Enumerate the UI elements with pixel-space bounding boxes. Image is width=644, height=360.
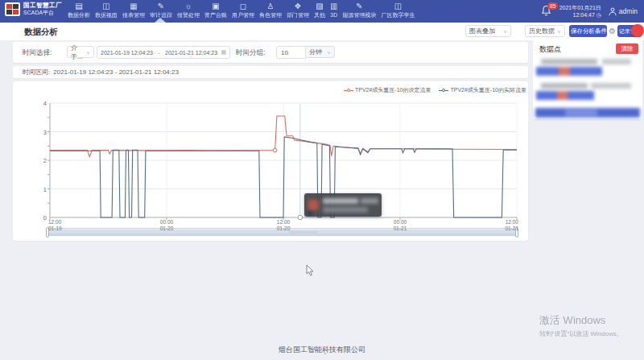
chevron-down-icon: ∨ [327,49,331,54]
hover-point-marker [273,148,277,152]
data-points-panel: 数据点 清除 [533,40,642,119]
logo-subtitle: SCADA平台 [23,10,62,16]
chart-mode-select[interactable]: 图表叠加 ∨ [465,25,511,37]
notifications-bell[interactable]: 85 [541,5,552,18]
asset-icon: ▣ [212,2,219,10]
nav-item-view[interactable]: ◫数据视图 [95,2,118,19]
y-axis-tick-label: 2 [31,157,47,164]
page-title: 数据分析 [24,27,58,38]
notification-badge[interactable] [631,24,644,37]
app-logo: 国工智慧工厂 SCADA平台 [5,2,62,16]
line-chart[interactable] [13,81,528,241]
data-point-item[interactable] [541,83,588,89]
nav-item-label: 用户管理 [232,11,254,19]
clock-icon: ◷ [597,12,601,18]
user-menu[interactable]: admin [609,7,638,16]
nav-item-plant[interactable]: ◫厂区数字孪生 [381,2,415,19]
range-separator: - [156,50,161,56]
user-icon [609,7,617,16]
nav-item-audit[interactable]: ✎审计追踪 [150,2,172,19]
nav-item-report[interactable]: ▦报表管理 [122,2,145,19]
current-time: 12:04:47 [573,12,595,18]
nav-item-dept[interactable]: ❖部门管理 [287,2,309,19]
audit-icon: ✎ [158,2,164,10]
nav-item-label: 角色管理 [259,11,282,19]
current-date: 2021年01月21日 [559,4,601,11]
chart-tooltip [304,193,382,217]
nav-item-label: 报表管理 [122,11,145,19]
nav-item-label: 数据分析 [68,11,90,19]
other-icon: ▨ [316,2,323,10]
time-operator-select[interactable]: 介于... ∨ [67,46,94,58]
time-interval-bar: 时间区间: 2021-01-19 12:04:23 - 2021-01-21 1… [13,66,528,78]
time-select-label: 时间选择: [23,48,52,58]
nav-item-threed[interactable]: ▥3D [330,2,337,19]
dept-icon: ❖ [295,2,302,10]
save-analysis-button[interactable]: 保存分析条件 [569,25,607,37]
tooltip-redacted-content [304,193,382,217]
windows-activation-watermark: 激活 Windows 转到“设置”以激活 Windows。 [539,313,623,338]
nav-item-energy[interactable]: ✎能源管理模块 [342,2,376,19]
view-icon: ◫ [102,2,109,10]
nav-indicator-notch [155,18,166,23]
nav-right-cluster: 85 2021年01月21日 12:04:47 ◷ admin [541,0,638,23]
nav-item-label: 厂区数字孪生 [381,11,415,19]
nav-item-label: 其他 [314,11,325,19]
watermark-line1: 激活 Windows [539,313,623,328]
y-axis-tick-label: 4 [31,100,47,107]
nav-item-user[interactable]: ◻用户管理 [232,2,254,19]
plant-icon: ◫ [394,2,402,10]
interval-label: 时间区间: [23,68,50,77]
threed-icon: ▥ [330,2,337,10]
group-value: 10 [281,49,288,56]
nav-item-other[interactable]: ▨其他 [314,2,325,19]
nav-item-analysis[interactable]: ▤数据分析 [68,2,90,19]
nav-item-label: 报警处理 [177,11,200,19]
nav-item-asset[interactable]: ▣资产台账 [204,2,227,19]
datetime-display: 2021年01月21日 12:04:47 ◷ [559,4,601,19]
chevron-down-icon: ∨ [557,28,561,33]
date-range-input[interactable]: 2021-01-19 12:04:23 - 2021-01-21 12:04:2… [97,46,230,59]
mouse-cursor [306,264,315,276]
top-navbar: 国工智慧工厂 SCADA平台 ▤数据分析◫数据视图▦报表管理✎审计追踪☼报警处理… [0,0,644,23]
report-icon: ▦ [130,2,137,10]
nav-item-alarm[interactable]: ☼报警处理 [177,2,200,19]
gear-icon[interactable]: ⚙ [609,25,616,37]
app-root: 国工智慧工厂 SCADA平台 ▤数据分析◫数据视图▦报表管理✎审计追踪☼报警处理… [0,0,644,360]
nav-item-label: 3D [330,11,337,19]
nav-menu: ▤数据分析◫数据视图▦报表管理✎审计追踪☼报警处理▣资产台账◻用户管理♙角色管理… [68,2,415,19]
date-from-value: 2021-01-19 12:04:23 [101,50,153,56]
data-source-select[interactable]: 历史数据 ∨ [525,25,565,37]
logo-title: 国工智慧工厂 [23,2,62,10]
x-axis-tick-label: 12:0001-20 [259,219,308,232]
nav-item-label: 数据视图 [95,11,118,19]
y-axis-tick-label: 3 [31,129,47,136]
nav-item-label: 能源管理模块 [342,11,376,19]
alarm-count-badge: 85 [547,2,559,10]
chevron-down-icon: ∨ [503,28,507,33]
analysis-icon: ▤ [75,2,82,10]
nav-item-role[interactable]: ♙角色管理 [259,2,282,19]
y-axis-tick-label: 0 [31,214,47,221]
nav-item-label: 部门管理 [287,11,309,19]
chart-mode-value: 图表叠加 [469,27,495,35]
chart-card: TPV2#成头重压-10的设定流量TPV2#成头重压-10的实际流量 [13,81,528,241]
x-axis-tick-label: 00:0001-20 [142,219,191,232]
user-icon: ◻ [240,2,246,10]
data-point-item[interactable] [541,59,597,64]
logo-icon [5,2,20,16]
date-to-value: 2021-01-21 12:04:23 [165,50,217,56]
time-operator-value: 介于... [71,43,86,61]
x-axis-tick-label: 12:0001-19 [48,219,97,232]
filter-bar: 时间选择: 介于... ∨ 2021-01-19 12:04:23 - 2021… [13,42,528,63]
group-unit-select[interactable]: 分钟 ∨ [305,46,335,58]
chevron-down-icon: ∨ [86,49,90,54]
alarm-icon: ☼ [184,2,192,10]
footer-collapse-caret[interactable]: ˆ [319,352,332,360]
y-axis-tick-label: 1 [31,186,47,193]
group-value-input[interactable]: 10 [276,46,306,59]
x-axis-tick-label: 00:0001-21 [376,219,424,232]
role-icon: ♙ [267,2,275,10]
energy-icon: ✎ [356,2,362,10]
toolbar: 数据分析 图表叠加 ∨ 历史数据 ∨ 保存分析条件 ⚙ 记录查看 [0,23,644,40]
